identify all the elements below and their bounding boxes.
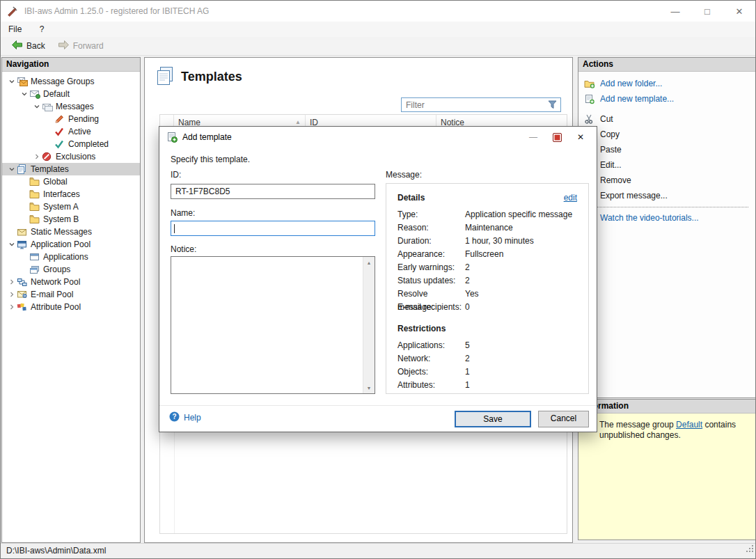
tree-item-network-pool[interactable]: Network Pool: [2, 276, 140, 288]
chevron-collapsed-icon[interactable]: [31, 153, 42, 160]
tree-item-static-messages[interactable]: Static Messages: [2, 226, 140, 238]
red-square-icon: [553, 133, 562, 142]
chevron-collapsed-icon[interactable]: [6, 291, 17, 298]
help-link[interactable]: ? Help: [169, 411, 201, 424]
tree-item-email-pool[interactable]: E-mail Pool: [2, 288, 140, 301]
tree-item-system-a[interactable]: System A: [2, 200, 140, 213]
tree-item-application-pool[interactable]: Application Pool: [2, 238, 140, 251]
minimize-button[interactable]: —: [659, 1, 691, 22]
menu-file[interactable]: File: [1, 22, 29, 37]
resize-grip[interactable]: [746, 542, 754, 557]
action-add-new-template[interactable]: Add new template...: [578, 91, 755, 107]
action-remove[interactable]: Remove: [578, 173, 755, 188]
restriction-row: Network:2: [397, 352, 577, 365]
back-arrow-icon: [11, 40, 23, 52]
chevron-collapsed-icon[interactable]: [6, 304, 17, 310]
add-folder-icon: [584, 79, 596, 88]
notice-scrollbar[interactable]: ▲ ▼: [363, 257, 375, 393]
tree-item-messages[interactable]: Messages: [2, 100, 140, 113]
edit-link[interactable]: edit: [564, 193, 577, 203]
action-paste[interactable]: Paste: [578, 142, 755, 157]
menu-bar: File ?: [1, 22, 755, 37]
attribute-pool-icon: [17, 303, 29, 312]
tree-item-default[interactable]: Default: [2, 88, 140, 100]
tree-item-interfaces[interactable]: Interfaces: [2, 188, 140, 200]
id-field[interactable]: RT-1F7BC8D5: [171, 184, 375, 199]
default-group-link[interactable]: Default: [676, 420, 702, 430]
close-button[interactable]: ✕: [723, 1, 755, 22]
filter-box: [401, 97, 561, 112]
tree-item-system-b[interactable]: System B: [2, 213, 140, 226]
chevron-collapsed-icon[interactable]: [6, 278, 17, 285]
text-caret: [174, 224, 175, 233]
chevron-expanded-icon[interactable]: [19, 90, 29, 97]
actions-panel: Actions Add new folder... Add new templa…: [578, 57, 756, 398]
static-messages-icon: [17, 228, 29, 237]
filter-input[interactable]: [401, 97, 561, 112]
tree-item-active[interactable]: Active: [2, 125, 140, 138]
scroll-down-icon[interactable]: ▼: [363, 382, 375, 393]
dialog-title-bar: Add template — ✕: [159, 127, 597, 148]
action-export-message[interactable]: Export message...: [578, 188, 755, 203]
tree-item-pending[interactable]: Pending: [2, 113, 140, 125]
restrictions-heading: Restrictions: [397, 324, 577, 333]
dialog-close-button[interactable]: ✕: [569, 127, 592, 148]
detail-row: Reason:Maintenance: [397, 221, 577, 235]
tree-item-global[interactable]: Global: [2, 175, 140, 188]
dialog-red-square-button[interactable]: [545, 127, 569, 148]
back-button[interactable]: Back: [5, 38, 52, 54]
detail-row: E-mail recipients:0: [397, 301, 577, 314]
add-template-dialog: Add template — ✕ Specify this template. …: [159, 126, 597, 432]
scroll-up-icon[interactable]: ▲: [363, 257, 375, 268]
svg-text:?: ?: [172, 413, 176, 420]
toolbar: Back Forward: [1, 37, 755, 56]
restriction-row: Applications:5: [397, 339, 577, 352]
title-bar: IBI-aws Admin 1.25.0 - registered for IB…: [1, 1, 755, 22]
sort-ascending-icon: ▲: [295, 119, 301, 125]
window-title: IBI-aws Admin 1.25.0 - registered for IB…: [24, 1, 209, 22]
email-pool-icon: [17, 290, 29, 299]
action-add-new-folder[interactable]: Add new folder...: [578, 76, 755, 91]
pending-icon: [54, 114, 67, 124]
add-template-icon: [584, 94, 596, 104]
chevron-expanded-icon[interactable]: [31, 103, 42, 110]
tree-item-message-groups[interactable]: Message Groups: [2, 75, 140, 88]
message-label: Message:: [386, 170, 422, 180]
filter-funnel-icon[interactable]: [548, 100, 558, 111]
menu-help[interactable]: ?: [32, 22, 52, 37]
tree-item-templates[interactable]: Templates: [2, 163, 140, 175]
tree-item-attribute-pool[interactable]: Attribute Pool: [2, 301, 140, 313]
chevron-expanded-icon[interactable]: [6, 166, 17, 173]
detail-row: Resolve message:Yes: [397, 288, 577, 301]
tree-item-groups[interactable]: Groups: [2, 263, 140, 276]
name-field[interactable]: [171, 221, 375, 236]
save-button[interactable]: Save: [455, 411, 531, 427]
tree-item-exclusions[interactable]: Exclusions: [2, 150, 140, 163]
message-details-panel: Details edit Type:Application specific m…: [386, 183, 589, 394]
detail-row: Appearance:Fullscreen: [397, 248, 577, 261]
notice-field[interactable]: ▲ ▼: [171, 256, 375, 394]
app-window: IBI-aws Admin 1.25.0 - registered for IB…: [0, 0, 756, 559]
action-edit[interactable]: Edit...: [578, 157, 755, 173]
cancel-button[interactable]: Cancel: [538, 411, 589, 427]
maximize-button[interactable]: □: [691, 1, 723, 22]
folder-icon: [29, 214, 42, 224]
tree-item-applications[interactable]: Applications: [2, 251, 140, 263]
restriction-row: Attributes:1: [397, 379, 577, 392]
information-header: Information: [578, 400, 755, 414]
application-pool-icon: [17, 240, 29, 249]
restriction-row: Objects:1: [397, 365, 577, 379]
action-cut[interactable]: Cut: [578, 111, 755, 127]
navigation-header: Navigation: [2, 58, 140, 72]
tree-item-completed[interactable]: Completed: [2, 138, 140, 150]
chevron-expanded-icon[interactable]: [6, 78, 17, 85]
chevron-expanded-icon[interactable]: [6, 241, 17, 248]
information-panel: Information The message group Default co…: [578, 399, 756, 540]
dialog-minimize-button[interactable]: —: [521, 127, 545, 148]
message-groups-icon: [17, 77, 29, 86]
action-copy[interactable]: Copy: [578, 127, 755, 142]
forward-button[interactable]: Forward: [52, 38, 110, 54]
dialog-footer: ? Help Save Cancel: [159, 405, 597, 432]
help-icon: ?: [169, 411, 180, 424]
action-watch-video-tutorials[interactable]: Watch the video-tutorials...: [578, 210, 755, 226]
